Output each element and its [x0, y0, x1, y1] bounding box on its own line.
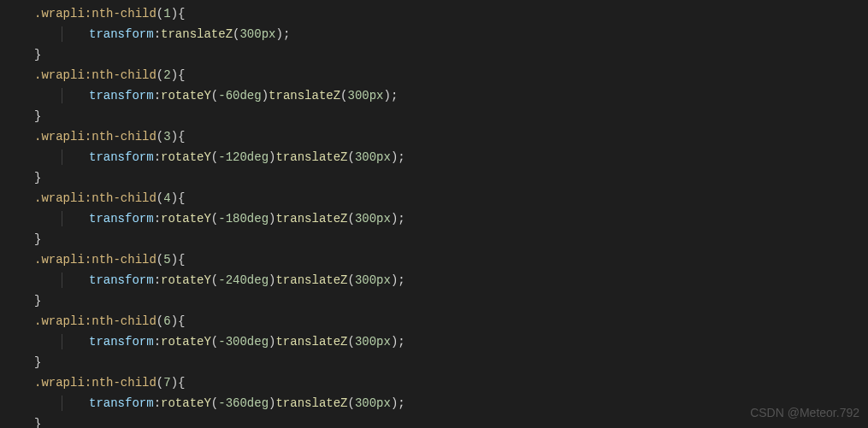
code-line: }: [0, 106, 868, 126]
code-line: .wrap li:nth-child(3){: [0, 126, 868, 147]
code-line: transform: rotateY(-180deg) translateZ(3…: [0, 208, 868, 229]
watermark-text: CSDN @Meteor.792: [750, 402, 859, 423]
code-line: }: [0, 167, 868, 188]
code-line: transform: rotateY(-360deg) translateZ(3…: [0, 393, 868, 413]
code-line: .wrap li:nth-child(2){: [0, 65, 868, 85]
code-line: transform: rotateY(-240deg) translateZ(3…: [0, 270, 868, 290]
code-line: transform: translateZ(300px);: [0, 24, 868, 44]
code-line: }: [0, 229, 868, 249]
code-editor[interactable]: .wrap li:nth-child(1){transform: transla…: [0, 0, 868, 428]
code-line: .wrap li:nth-child(4){: [0, 188, 868, 208]
code-line: }: [0, 352, 868, 372]
code-line: transform: rotateY(-120deg) translateZ(3…: [0, 147, 868, 167]
code-line: .wrap li:nth-child(7){: [0, 372, 868, 393]
code-line: }: [0, 290, 868, 311]
code-line: .wrap li:nth-child(1){: [0, 3, 868, 24]
code-line: transform: rotateY(-60deg) translateZ(30…: [0, 85, 868, 106]
code-line: .wrap li:nth-child(5){: [0, 249, 868, 270]
code-line: .wrap li:nth-child(6){: [0, 311, 868, 331]
code-line: }: [0, 413, 868, 428]
code-line: transform: rotateY(-300deg) translateZ(3…: [0, 331, 868, 352]
code-line: }: [0, 44, 868, 65]
